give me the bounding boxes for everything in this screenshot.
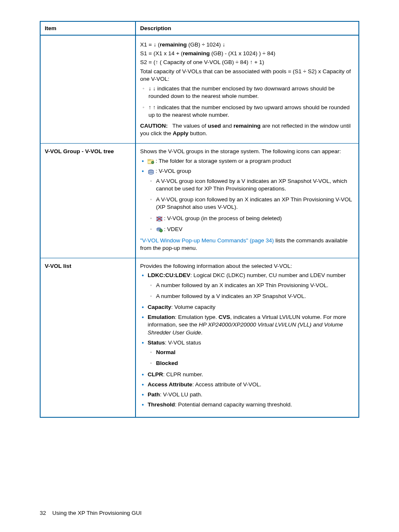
list-item: A V-VOL group icon followed by a V indic…	[156, 177, 354, 193]
list-item: ↑ ↑ indicates that the number enclosed b…	[148, 104, 354, 119]
list-item: Status: V-VOL status Normal Blocked	[148, 339, 354, 368]
list-item: Normal	[156, 349, 354, 356]
list-item: : V-VOL group A V-VOL group icon followe…	[148, 167, 354, 234]
table-row: X1 = ↓ (remaining (GB) ÷ 1024) ↓ S1 = (X…	[40, 35, 359, 144]
table-row: V-VOL Group - V-VOL tree Shows the V-VOL…	[40, 144, 359, 258]
list-item: Threshold: Potential demand capacity war…	[148, 401, 354, 409]
row-description: X1 = ↓ (remaining (GB) ÷ 1024) ↓ S1 = (X…	[136, 35, 359, 144]
svg-point-5	[148, 172, 153, 174]
list-item: A number followed by a V indicates an XP…	[156, 293, 354, 300]
header-item: Item	[40, 21, 136, 35]
description-table: Item Description X1 = ↓ (remaining (GB) …	[40, 21, 359, 418]
list-item: : VDEV	[156, 226, 354, 234]
list-item: Emulation: Emulation type. CVS, indicate…	[148, 314, 354, 337]
row-description: Shows the V-VOL groups in the storage sy…	[136, 144, 359, 258]
vvol-popup-link[interactable]: "V-VOL Window Pop-up Menu Commands" (pag…	[140, 237, 274, 244]
svg-rect-1	[148, 159, 150, 160]
list-item: A number followed by an X indicates an X…	[156, 282, 354, 289]
list-item: Capacity: Volume capacity	[148, 303, 354, 311]
row-item-label	[40, 35, 136, 144]
list-item: : The folder for a storage system or a p…	[148, 157, 354, 165]
page-footer: 32 Using the XP Thin Provisioning GUI	[40, 510, 141, 516]
row-description: Provides the following information about…	[136, 258, 359, 418]
list-item: Path: V-VOL LU path.	[148, 391, 354, 398]
list-item: CLPR: CLPR number.	[148, 371, 354, 378]
vvol-group-deleting-icon	[156, 215, 163, 222]
table-row: V-VOL list Provides the following inform…	[40, 258, 359, 418]
list-item: Blocked	[156, 360, 354, 367]
folder-icon	[148, 157, 154, 165]
vdev-icon	[156, 226, 163, 233]
list-item: Access Attribute: Access attribute of V-…	[148, 381, 354, 388]
vvol-group-icon	[148, 168, 154, 175]
row-item-label: V-VOL list	[40, 258, 136, 418]
list-item: A V-VOL group icon followed by an X indi…	[156, 196, 354, 211]
svg-point-14	[160, 229, 163, 232]
caution-note: CAUTION: The values of used and remainin…	[140, 122, 354, 137]
list-item: : V-VOL group (in the process of being d…	[156, 215, 354, 223]
page-number: 32	[40, 510, 46, 516]
list-item: LDKC:CU:LDEV: Logical DKC (LDKC) number,…	[148, 272, 354, 300]
svg-point-2	[151, 161, 154, 164]
page-title: Using the XP Thin Provisioning GUI	[52, 510, 141, 516]
list-item: ↓ ↓ indicates that the number enclosed b…	[148, 85, 354, 100]
row-item-label: V-VOL Group - V-VOL tree	[40, 144, 136, 258]
header-description: Description	[136, 21, 359, 35]
